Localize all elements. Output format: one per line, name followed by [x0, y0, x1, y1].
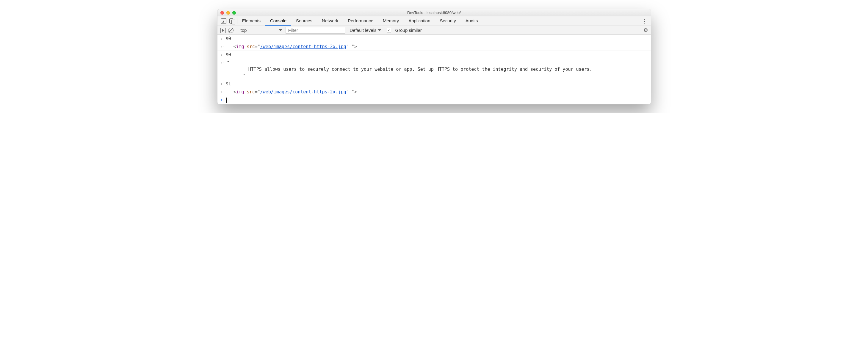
- url-link[interactable]: /web/images/content-https-2x.jpg: [260, 89, 346, 95]
- group-similar-checkbox[interactable]: [387, 28, 391, 32]
- kebab-menu-icon[interactable]: ⋮: [642, 18, 647, 24]
- output-marker-icon: [220, 43, 226, 50]
- tab-performance[interactable]: Performance: [343, 17, 378, 26]
- console-output-html: <img src="/web/images/content-https-2x.j…: [226, 43, 648, 50]
- sidebar-toggle-icon[interactable]: [220, 28, 226, 33]
- console-input-row: $1: [217, 80, 651, 88]
- tab-elements[interactable]: Elements: [237, 17, 266, 26]
- console-input-text: $0: [226, 35, 648, 42]
- log-levels-selector[interactable]: Default levels: [350, 28, 381, 33]
- input-marker-icon: [220, 81, 226, 88]
- output-marker-icon: [220, 89, 226, 95]
- tab-network[interactable]: Network: [317, 17, 343, 26]
- console-output-text: " HTTPS allows users to securely connect…: [226, 60, 648, 79]
- console-input-row: $0: [217, 35, 651, 43]
- panel-tabs: Elements Console Sources Network Perform…: [237, 17, 483, 26]
- window-title: DevTools - localhost:8080/web/: [217, 10, 651, 15]
- titlebar: DevTools - localhost:8080/web/: [217, 9, 651, 17]
- tab-audits[interactable]: Audits: [461, 17, 483, 26]
- console-output-html: <img src="/web/images/content-https-2x.j…: [226, 89, 648, 95]
- tab-memory[interactable]: Memory: [378, 17, 404, 26]
- prompt-marker-icon: [220, 97, 226, 103]
- console-toolbar: top Default levels Group similar ⚙: [217, 26, 651, 35]
- filter-input[interactable]: [285, 27, 345, 34]
- context-selector[interactable]: top: [239, 27, 283, 34]
- inspect-icon[interactable]: [221, 19, 226, 24]
- console-prompt-row[interactable]: [217, 96, 651, 104]
- tab-console[interactable]: Console: [265, 17, 291, 26]
- tab-sources[interactable]: Sources: [291, 17, 317, 26]
- input-marker-icon: [220, 52, 226, 58]
- url-link[interactable]: /web/images/content-https-2x.jpg: [260, 44, 346, 50]
- tab-application[interactable]: Application: [404, 17, 435, 26]
- console-prompt[interactable]: [226, 97, 648, 103]
- devtools-window: DevTools - localhost:8080/web/ Elements …: [217, 9, 651, 104]
- gear-icon[interactable]: ⚙: [643, 27, 648, 33]
- tab-security[interactable]: Security: [435, 17, 461, 26]
- context-label: top: [241, 28, 247, 33]
- device-toggle-icon[interactable]: [229, 19, 235, 24]
- chevron-down-icon: [378, 29, 381, 31]
- console-input-text: $0: [226, 52, 648, 58]
- console-input-text: $1: [226, 81, 648, 87]
- text-cursor: [226, 98, 227, 103]
- levels-label: Default levels: [350, 28, 377, 33]
- panel-tabs-row: Elements Console Sources Network Perform…: [217, 17, 651, 26]
- console-output: $0 <img src="/web/images/content-https-2…: [217, 35, 651, 104]
- output-marker-icon: [220, 60, 226, 66]
- console-output-row: <img src="/web/images/content-https-2x.j…: [217, 43, 651, 51]
- chevron-down-icon: [279, 29, 282, 31]
- console-input-row: $0: [217, 51, 651, 59]
- input-marker-icon: [220, 35, 226, 42]
- group-similar-label: Group similar: [395, 28, 422, 33]
- console-output-row: <img src="/web/images/content-https-2x.j…: [217, 88, 651, 96]
- divider: [236, 27, 236, 33]
- console-output-row: " HTTPS allows users to securely connect…: [217, 59, 651, 80]
- clear-console-icon[interactable]: [228, 28, 234, 33]
